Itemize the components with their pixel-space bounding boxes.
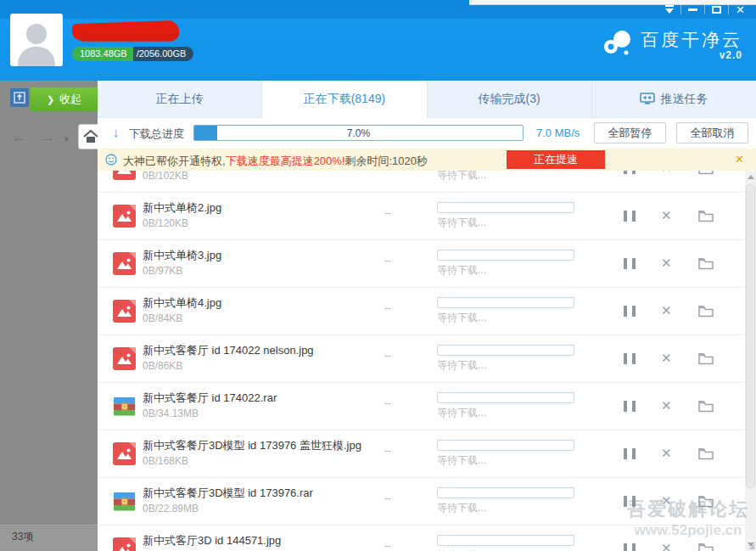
- file-size: 0B/168KB: [143, 455, 188, 467]
- download-arrow-icon: ↓: [113, 125, 120, 139]
- file-name: 新中式客厅3D id 144571.jpg: [143, 533, 281, 548]
- download-row[interactable]: 新中式客厅3D id 144571.jpg -- 等待下载... ✕: [98, 526, 745, 551]
- open-folder-icon[interactable]: [698, 305, 714, 318]
- download-row[interactable]: 新中式客餐厅3D模型 id 173976.rar 0B/22.89MB -- 等…: [98, 478, 745, 526]
- scrollbar[interactable]: [745, 171, 756, 551]
- pause-button[interactable]: [624, 496, 636, 507]
- collapse-button[interactable]: ❯ 收起: [31, 87, 98, 111]
- open-folder-icon[interactable]: [698, 171, 714, 175]
- pause-button[interactable]: [624, 171, 636, 174]
- redacted-username: [72, 20, 180, 41]
- avatar[interactable]: [10, 14, 63, 66]
- skin-menu-button[interactable]: [658, 3, 680, 16]
- maximize-icon: [712, 6, 721, 14]
- sidebar: ❯ 收起 ← → ▼ 33项: [0, 81, 98, 551]
- tab-push-tasks[interactable]: 推送任务: [592, 81, 756, 117]
- scroll-up-icon[interactable]: [748, 175, 754, 179]
- logo-text: 百度干净云: [641, 29, 742, 51]
- notice-close-icon[interactable]: ✕: [735, 153, 744, 166]
- cancel-button[interactable]: ✕: [661, 304, 672, 317]
- storage-quota-badge: 1083.48GB/2056.00GB: [72, 47, 193, 61]
- image-file-icon: [113, 537, 136, 551]
- tab-label: 推送任务: [660, 92, 708, 107]
- row-speed-placeholder: --: [384, 171, 391, 171]
- download-row[interactable]: 新中式单椅2.jpg 0B/120KB -- 等待下载... ✕: [98, 193, 745, 240]
- cancel-button[interactable]: ✕: [661, 351, 672, 364]
- boosting-button[interactable]: 正在提速: [507, 150, 605, 169]
- resize-grip[interactable]: ◢: [749, 543, 755, 550]
- download-row[interactable]: 新中式单椅4.jpg 0B/84KB -- 等待下载... ✕: [98, 288, 745, 335]
- cancel-button[interactable]: ✕: [661, 171, 672, 174]
- cancel-all-button[interactable]: 全部取消: [676, 122, 748, 143]
- open-folder-icon[interactable]: [698, 210, 714, 222]
- cancel-button[interactable]: ✕: [661, 399, 672, 412]
- row-status: 等待下载...: [437, 501, 486, 515]
- row-progress-bar: [437, 535, 574, 546]
- upload-icon: [14, 92, 25, 104]
- row-speed-placeholder: --: [384, 350, 391, 362]
- close-icon: ✕: [736, 4, 745, 15]
- image-file-icon: [113, 347, 136, 370]
- pause-button[interactable]: [624, 448, 636, 459]
- notice-text: 大神已帮你开通特权,下载速度最高提速200%!剩余时间:1020秒: [123, 154, 428, 169]
- tab-completed[interactable]: 传输完成(3): [428, 81, 592, 117]
- download-row[interactable]: 新中式客餐厅 id 174022 nelson.jpg 0B/86KB -- 等…: [98, 335, 745, 383]
- forward-icon[interactable]: →: [41, 130, 55, 144]
- download-row[interactable]: 0B/102KB -- 等待下载... ✕: [98, 171, 745, 193]
- maximize-button[interactable]: [705, 3, 728, 16]
- minimize-button[interactable]: [681, 3, 704, 16]
- pause-button[interactable]: [624, 258, 636, 269]
- row-status: 等待下载...: [437, 216, 486, 230]
- close-button[interactable]: ✕: [729, 3, 752, 16]
- cancel-button[interactable]: ✕: [661, 209, 672, 222]
- cancel-button[interactable]: ✕: [661, 447, 672, 459]
- rar-file-icon: [113, 490, 136, 513]
- open-folder-icon[interactable]: [698, 543, 714, 551]
- file-size: 0B/102KB: [143, 171, 188, 182]
- open-folder-icon[interactable]: [698, 400, 714, 413]
- file-size: 0B/34.13MB: [143, 408, 199, 419]
- image-file-icon: [113, 442, 136, 465]
- file-size: 0B/22.89MB: [143, 503, 199, 514]
- row-speed-placeholder: --: [384, 207, 391, 219]
- cancel-button[interactable]: ✕: [661, 494, 672, 507]
- scrollbar-thumb[interactable]: [746, 184, 755, 488]
- pause-button[interactable]: [624, 401, 636, 412]
- pause-button[interactable]: [624, 353, 636, 364]
- download-list: 0B/102KB -- 等待下载... ✕ 新中式单椅2.jpg 0B/120K…: [98, 171, 745, 551]
- row-progress-bar: [437, 297, 574, 308]
- open-folder-icon[interactable]: [698, 257, 714, 270]
- tab-uploading[interactable]: 正在上传: [98, 81, 262, 117]
- download-row[interactable]: 新中式客餐厅3D模型 id 173976 盖世狂模.jpg 0B/168KB -…: [98, 430, 745, 478]
- person-silhouette-icon: [15, 19, 58, 66]
- file-name: 新中式客餐厅 id 174022.rar: [143, 391, 277, 406]
- open-folder-icon[interactable]: [698, 495, 714, 508]
- download-row[interactable]: 新中式客餐厅 id 174022.rar 0B/34.13MB -- 等待下载.…: [98, 383, 745, 430]
- cancel-button[interactable]: ✕: [661, 542, 672, 551]
- file-size: 0B/86KB: [143, 360, 182, 372]
- sidebar-statusbar: 33项: [0, 525, 98, 551]
- total-speed: 7.0 MB/s: [536, 127, 580, 139]
- tab-label: 正在下载(8149): [304, 92, 385, 107]
- pause-all-button[interactable]: 全部暂停: [594, 122, 666, 143]
- row-progress-bar: [437, 392, 574, 403]
- collapse-label: 收起: [59, 92, 81, 107]
- open-folder-icon[interactable]: [698, 447, 714, 460]
- tab-bar: 正在上传 正在下载(8149) 传输完成(3) 推送任务: [98, 81, 756, 118]
- tab-downloading[interactable]: 正在下载(8149): [262, 81, 427, 118]
- pause-button[interactable]: [624, 543, 636, 551]
- download-row[interactable]: 新中式单椅3.jpg 0B/97KB -- 等待下载... ✕: [98, 240, 745, 288]
- back-icon[interactable]: ←: [12, 130, 26, 144]
- history-caret-icon[interactable]: ▼: [63, 135, 70, 143]
- file-name: 新中式单椅4.jpg: [143, 295, 221, 311]
- row-speed-placeholder: --: [384, 445, 391, 457]
- item-count: 33项: [12, 530, 33, 544]
- cancel-button[interactable]: ✕: [661, 256, 672, 269]
- storage-used: 1083.48GB: [72, 47, 133, 61]
- pause-button[interactable]: [624, 211, 636, 222]
- pause-button[interactable]: [624, 306, 636, 317]
- row-status: 等待下载...: [437, 358, 486, 373]
- open-folder-icon[interactable]: [698, 352, 714, 365]
- upload-button[interactable]: [10, 88, 29, 107]
- home-button[interactable]: [78, 124, 98, 149]
